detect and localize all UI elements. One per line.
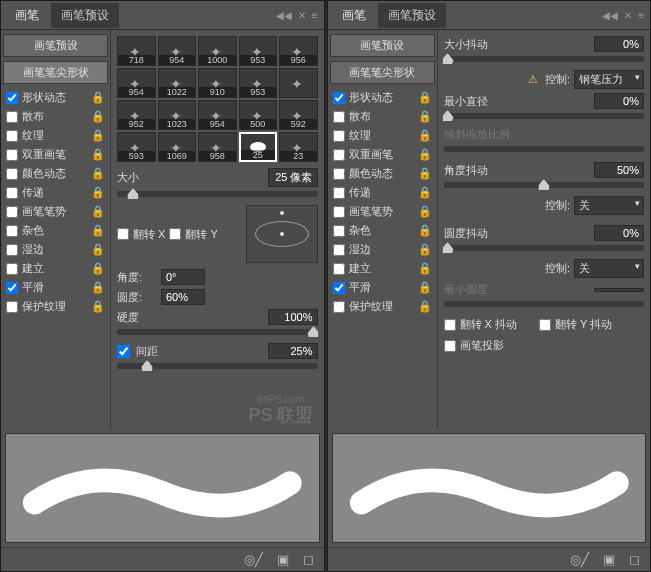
collapse-icon[interactable]: ◀◀ (602, 10, 618, 21)
brush-thumb[interactable]: ✦ (279, 68, 318, 98)
new-preset-icon[interactable]: ▣ (277, 552, 289, 567)
brush-thumb[interactable]: ✦953 (239, 36, 278, 66)
brush-thumb[interactable]: ✦952 (117, 100, 156, 130)
toggle-preview-icon[interactable]: ◎╱ (570, 552, 589, 567)
brush-thumb[interactable]: ✦1000 (198, 36, 237, 66)
flip-x-jitter-check[interactable] (444, 319, 456, 331)
brush-thumb[interactable]: 25 (239, 132, 278, 162)
opt-texture[interactable] (6, 130, 18, 142)
lock-icon[interactable]: 🔒 (91, 300, 105, 313)
opt-pose[interactable] (333, 206, 345, 218)
lock-icon[interactable]: 🔒 (91, 186, 105, 199)
brush-thumb[interactable]: ✦954 (158, 36, 197, 66)
lock-icon[interactable]: 🔒 (418, 186, 432, 199)
opt-scatter[interactable] (6, 111, 18, 123)
tip-shape-button[interactable]: 画笔笔尖形状 (3, 61, 108, 84)
opt-dual-brush[interactable] (6, 149, 18, 161)
spacing-value[interactable]: 25% (268, 343, 318, 359)
hardness-value[interactable]: 100% (268, 309, 318, 325)
opt-texture[interactable] (333, 130, 345, 142)
lock-icon[interactable]: 🔒 (91, 110, 105, 123)
control-select[interactable]: 钢笔压力 (574, 70, 644, 89)
tab-brush[interactable]: 画笔 (332, 3, 376, 28)
brush-thumb[interactable]: ✦593 (117, 132, 156, 162)
hardness-slider[interactable] (117, 329, 318, 335)
opt-noise[interactable] (333, 225, 345, 237)
brush-thumb[interactable]: ✦954 (198, 100, 237, 130)
spacing-check[interactable] (117, 345, 130, 358)
brush-thumb[interactable]: ✦954 (117, 68, 156, 98)
preset-button[interactable]: 画笔预设 (330, 34, 435, 57)
size-jitter-value[interactable]: 0% (594, 36, 644, 52)
brush-thumb[interactable]: ✦718 (117, 36, 156, 66)
brush-thumb[interactable]: ✦910 (198, 68, 237, 98)
lock-icon[interactable]: 🔒 (418, 148, 432, 161)
lock-icon[interactable]: 🔒 (91, 148, 105, 161)
close-icon[interactable]: ✕ (624, 10, 632, 21)
size-jitter-slider[interactable] (444, 56, 645, 62)
menu-icon[interactable]: ≡ (312, 10, 318, 21)
opt-shape-dynamics[interactable] (6, 92, 18, 104)
lock-icon[interactable]: 🔒 (418, 300, 432, 313)
size-value[interactable]: 25 像素 (268, 168, 318, 187)
lock-icon[interactable]: 🔒 (418, 224, 432, 237)
opt-build[interactable] (6, 263, 18, 275)
opt-transfer[interactable] (6, 187, 18, 199)
opt-protect-texture[interactable] (333, 301, 345, 313)
opt-shape-dynamics[interactable] (333, 92, 345, 104)
opt-smooth[interactable] (333, 282, 345, 294)
menu-icon[interactable]: ≡ (638, 10, 644, 21)
lock-icon[interactable]: 🔒 (91, 129, 105, 142)
opt-pose[interactable] (6, 206, 18, 218)
lock-icon[interactable]: 🔒 (418, 281, 432, 294)
brush-thumb[interactable]: ✦953 (239, 68, 278, 98)
brush-thumb[interactable]: ✦500 (239, 100, 278, 130)
toggle-preview-icon[interactable]: ◎╱ (244, 552, 263, 567)
min-diameter-slider[interactable] (444, 113, 645, 119)
opt-transfer[interactable] (333, 187, 345, 199)
opt-scatter[interactable] (333, 111, 345, 123)
round-jitter-slider[interactable] (444, 245, 645, 251)
tip-shape-button[interactable]: 画笔笔尖形状 (330, 61, 435, 84)
brush-thumb[interactable]: ✦1022 (158, 68, 197, 98)
lock-icon[interactable]: 🔒 (91, 262, 105, 275)
brush-projection-check[interactable] (444, 340, 456, 352)
flip-x-check[interactable] (117, 228, 129, 240)
overlay-icon[interactable]: ◻ (303, 552, 314, 567)
lock-icon[interactable]: 🔒 (418, 110, 432, 123)
opt-smooth[interactable] (6, 282, 18, 294)
lock-icon[interactable]: 🔒 (91, 167, 105, 180)
lock-icon[interactable]: 🔒 (91, 243, 105, 256)
lock-icon[interactable]: 🔒 (418, 205, 432, 218)
brush-thumb[interactable]: ✦958 (198, 132, 237, 162)
brush-thumb[interactable]: ✦592 (279, 100, 318, 130)
flip-y-check[interactable] (169, 228, 181, 240)
brush-thumb[interactable]: ✦956 (279, 36, 318, 66)
lock-icon[interactable]: 🔒 (418, 129, 432, 142)
lock-icon[interactable]: 🔒 (91, 205, 105, 218)
round-jitter-value[interactable]: 0% (594, 225, 644, 241)
angle-viewer[interactable] (246, 205, 318, 263)
round-control-select[interactable]: 关 (574, 259, 644, 278)
opt-color-dynamics[interactable] (6, 168, 18, 180)
tab-preset[interactable]: 画笔预设 (378, 3, 446, 28)
lock-icon[interactable]: 🔒 (418, 167, 432, 180)
flip-y-jitter-check[interactable] (539, 319, 551, 331)
lock-icon[interactable]: 🔒 (91, 224, 105, 237)
angle-value[interactable]: 0° (161, 269, 205, 285)
lock-icon[interactable]: 🔒 (418, 243, 432, 256)
lock-icon[interactable]: 🔒 (418, 262, 432, 275)
spacing-slider[interactable] (117, 363, 318, 369)
brush-thumb[interactable]: ✦23 (279, 132, 318, 162)
opt-build[interactable] (333, 263, 345, 275)
angle-control-select[interactable]: 关 (574, 196, 644, 215)
tab-brush[interactable]: 画笔 (5, 3, 49, 28)
opt-dual-brush[interactable] (333, 149, 345, 161)
brush-thumb[interactable]: ✦1023 (158, 100, 197, 130)
overlay-icon[interactable]: ◻ (629, 552, 640, 567)
angle-jitter-value[interactable]: 50% (594, 162, 644, 178)
lock-icon[interactable]: 🔒 (418, 91, 432, 104)
size-slider[interactable] (117, 191, 318, 197)
opt-noise[interactable] (6, 225, 18, 237)
opt-color-dynamics[interactable] (333, 168, 345, 180)
